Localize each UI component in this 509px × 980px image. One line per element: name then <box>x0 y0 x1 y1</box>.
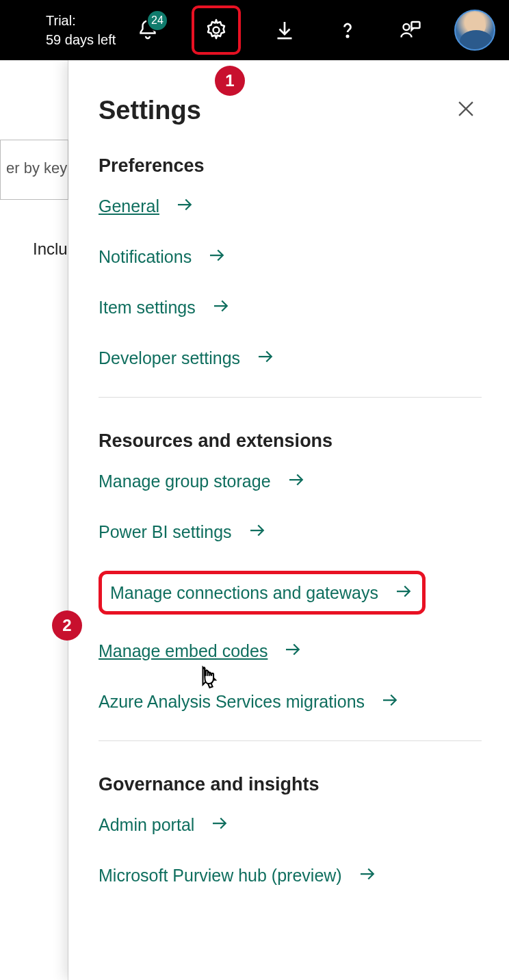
link-label: Notifications <box>99 247 192 267</box>
notification-badge: 24 <box>146 10 168 31</box>
arrow-right-icon <box>247 520 267 543</box>
trial-line2: 59 days left <box>46 30 116 49</box>
download-icon <box>272 18 297 42</box>
link-manage-group-storage[interactable]: Manage group storage <box>99 469 482 493</box>
link-label: General <box>99 196 159 216</box>
panel-title: Settings <box>99 96 201 125</box>
link-power-bi-settings[interactable]: Power BI settings <box>99 520 482 543</box>
download-button[interactable] <box>265 11 304 49</box>
top-header: Trial: 59 days left 24 <box>0 0 509 60</box>
link-label: Manage connections and gateways <box>110 583 378 603</box>
svg-point-1 <box>347 36 348 37</box>
link-label: Power BI settings <box>99 522 232 542</box>
link-manage-connections-gateways[interactable]: Manage connections and gateways <box>99 571 426 615</box>
link-general[interactable]: General <box>99 194 482 218</box>
svg-rect-3 <box>412 22 420 28</box>
help-icon <box>335 18 360 42</box>
settings-panel: Settings Preferences General Notificatio… <box>68 60 509 980</box>
gear-icon <box>204 18 229 42</box>
svg-point-2 <box>404 24 410 30</box>
include-label-partial: Inclu <box>33 240 68 259</box>
svg-point-0 <box>213 27 220 34</box>
trial-status: Trial: 59 days left <box>46 11 116 49</box>
link-label: Manage embed codes <box>99 641 267 661</box>
panel-header: Settings <box>99 96 482 125</box>
help-button[interactable] <box>328 11 367 49</box>
link-purview-hub[interactable]: Microsoft Purview hub (preview) <box>99 864 482 887</box>
section-title-preferences: Preferences <box>99 155 482 177</box>
divider <box>99 740 482 741</box>
cursor-pointer-icon <box>197 665 220 695</box>
arrow-right-icon <box>357 864 378 887</box>
settings-button-callout <box>192 5 241 55</box>
link-notifications[interactable]: Notifications <box>99 245 482 268</box>
close-icon <box>454 97 478 120</box>
close-button[interactable] <box>454 97 482 125</box>
arrow-right-icon <box>255 346 276 370</box>
settings-button[interactable] <box>197 11 235 49</box>
arrow-right-icon <box>207 245 227 268</box>
annotation-1: 1 <box>215 66 245 96</box>
arrow-right-icon <box>380 690 400 713</box>
link-label: Developer settings <box>99 348 240 368</box>
link-label: Microsoft Purview hub (preview) <box>99 866 342 886</box>
header-icon-group: 24 <box>129 5 495 55</box>
arrow-right-icon <box>209 813 230 836</box>
link-developer-settings[interactable]: Developer settings <box>99 346 482 370</box>
filter-input-partial[interactable]: er by key <box>0 140 68 200</box>
arrow-right-icon <box>286 469 306 493</box>
link-label: Azure Analysis Services migrations <box>99 692 365 712</box>
link-label: Manage group storage <box>99 472 271 491</box>
feedback-button[interactable] <box>391 11 430 49</box>
divider <box>99 397 482 398</box>
link-label: Item settings <box>99 298 196 318</box>
link-manage-embed-codes[interactable]: Manage embed codes <box>99 639 482 662</box>
arrow-right-icon <box>393 581 414 604</box>
section-title-resources: Resources and extensions <box>99 430 482 452</box>
notifications-button[interactable]: 24 <box>129 11 167 49</box>
link-azure-analysis-migrations[interactable]: Azure Analysis Services migrations <box>99 690 482 713</box>
trial-line1: Trial: <box>46 11 116 30</box>
avatar[interactable] <box>454 10 495 51</box>
link-admin-portal[interactable]: Admin portal <box>99 813 482 836</box>
arrow-right-icon <box>211 296 231 319</box>
arrow-right-icon <box>174 194 195 218</box>
section-title-governance: Governance and insights <box>99 774 482 795</box>
link-item-settings[interactable]: Item settings <box>99 296 482 319</box>
annotation-2: 2 <box>52 610 82 641</box>
feedback-icon <box>398 18 423 42</box>
link-label: Admin portal <box>99 815 194 835</box>
arrow-right-icon <box>283 639 303 662</box>
